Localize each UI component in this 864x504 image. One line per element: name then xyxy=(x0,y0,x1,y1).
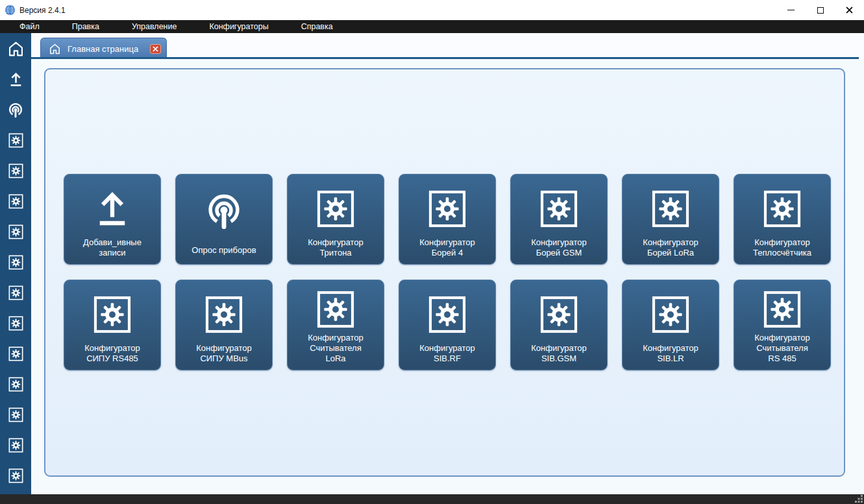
gear-square-icon xyxy=(761,188,803,230)
gear-square-icon xyxy=(8,132,24,149)
globe-icon xyxy=(5,5,16,16)
sidebar-gear-item[interactable] xyxy=(0,217,31,247)
tile-label: Конфигуратор Борей 4 xyxy=(417,237,477,264)
menubar: Файл Правка Управление Конфигураторы Спр… xyxy=(0,20,864,33)
close-button[interactable] xyxy=(835,0,864,20)
status-bar xyxy=(0,494,864,504)
gear-square-icon xyxy=(315,188,356,230)
gear-square-icon xyxy=(8,407,24,423)
tile-label: Конфигуратор SIB.RF xyxy=(417,343,477,370)
gear-square-icon xyxy=(8,254,24,270)
home-icon xyxy=(49,43,61,55)
upload-icon xyxy=(91,187,134,230)
gear-square-icon xyxy=(8,163,24,179)
tile-configurator-borey-lora[interactable]: Конфигуратор Борей LoRa xyxy=(622,174,719,265)
tile-label: Конфигуратор Тритона xyxy=(305,237,365,264)
gear-square-icon xyxy=(650,188,691,230)
tile-label: Опрос приборов xyxy=(189,243,258,264)
gear-square-icon xyxy=(8,376,24,392)
tile-label: Конфигуратор Теплосчётчика xyxy=(750,237,814,264)
gear-square-icon xyxy=(538,294,580,335)
gear-square-icon xyxy=(203,294,245,335)
sidebar-gear-item[interactable] xyxy=(0,369,31,400)
tile-configurator-sipu-rs485[interactable]: Конфигуратор СИПУ RS485 xyxy=(64,280,161,370)
menu-help[interactable]: Справка xyxy=(301,20,333,33)
tile-grid: Добави_ивные записи Опрос приборов Конфи… xyxy=(45,69,844,370)
menu-file[interactable]: Файл xyxy=(19,20,40,33)
main-content: Добави_ивные записи Опрос приборов Конфи… xyxy=(31,59,864,494)
gear-square-icon xyxy=(426,294,468,335)
resize-grip-icon[interactable] xyxy=(855,495,863,503)
minimize-button[interactable] xyxy=(776,0,806,20)
gear-square-icon xyxy=(8,346,24,362)
sidebar-polling-button[interactable] xyxy=(0,95,31,125)
gear-square-icon xyxy=(8,224,24,240)
tile-label: Конфигуратор Борей LoRa xyxy=(640,237,700,264)
minimize-icon xyxy=(787,10,795,10)
maximize-icon xyxy=(817,7,824,14)
maximize-button[interactable] xyxy=(806,0,835,20)
gear-square-icon xyxy=(8,315,24,331)
tile-configurator-sib-rf[interactable]: Конфигуратор SIB.RF xyxy=(399,280,496,370)
sidebar-gear-item[interactable] xyxy=(0,278,31,308)
tile-label: Конфигуратор СИПУ RS485 xyxy=(82,343,142,370)
title-bar: Версия 2.4.1 xyxy=(0,0,864,20)
sidebar-gear-item[interactable] xyxy=(0,156,31,186)
tile-configurator-reader-lora[interactable]: Конфигуратор Считывателя LoRa xyxy=(287,280,384,370)
sidebar xyxy=(0,33,31,494)
gear-square-icon xyxy=(92,294,133,335)
sidebar-gear-item[interactable] xyxy=(0,339,31,369)
broadcast-icon xyxy=(6,101,25,119)
sidebar-gear-item[interactable] xyxy=(0,186,31,217)
gear-square-icon xyxy=(8,285,24,301)
gear-square-icon xyxy=(761,289,803,330)
tab-main-page[interactable]: Главная страница xyxy=(40,38,167,59)
menu-configurators[interactable]: Конфигураторы xyxy=(209,20,268,33)
content-column: Главная страница Добави_ивные записи xyxy=(31,33,864,494)
tile-configurator-sib-lr[interactable]: Конфигуратор SIB.LR xyxy=(622,280,719,370)
menu-edit[interactable]: Правка xyxy=(72,20,99,33)
broadcast-icon xyxy=(203,190,245,233)
window-controls xyxy=(776,0,864,20)
tab-close-button[interactable] xyxy=(150,44,161,54)
window-title: Версия 2.4.1 xyxy=(19,6,66,15)
sidebar-home-button[interactable] xyxy=(0,34,31,64)
upload-icon xyxy=(7,71,25,88)
tile-label: Добави_ивные записи xyxy=(80,237,144,264)
sidebar-gear-item[interactable] xyxy=(0,125,31,156)
gear-square-icon xyxy=(8,468,24,484)
close-icon xyxy=(153,46,158,52)
tile-configurator-reader-rs485[interactable]: Конфигуратор Считывателя RS 485 xyxy=(734,280,831,370)
tile-label: Конфигуратор SIB.LR xyxy=(640,343,700,370)
gear-square-icon xyxy=(426,188,468,230)
tile-label: Конфигуратор Борей GSM xyxy=(528,237,589,264)
tile-configurator-heat-meter[interactable]: Конфигуратор Теплосчётчика xyxy=(734,174,831,265)
app-window: Версия 2.4.1 Файл Правка Управление Конф… xyxy=(0,0,864,504)
gear-square-icon xyxy=(315,289,356,330)
tab-label: Главная страница xyxy=(68,44,146,54)
tile-configurator-borey-gsm[interactable]: Конфигуратор Борей GSM xyxy=(510,174,608,265)
gear-square-icon xyxy=(538,188,580,230)
sidebar-gear-item[interactable] xyxy=(0,247,31,278)
tile-label: Конфигуратор Считывателя LoRa xyxy=(305,333,365,370)
tile-configurator-triton[interactable]: Конфигуратор Тритона xyxy=(287,174,384,265)
home-icon xyxy=(7,40,25,58)
tile-configurator-sipu-mbus[interactable]: Конфигуратор СИПУ MBus xyxy=(175,280,273,370)
tile-device-polling[interactable]: Опрос приборов xyxy=(175,174,273,265)
menu-management[interactable]: Управление xyxy=(132,20,177,33)
sidebar-gear-item[interactable] xyxy=(0,308,31,339)
main-row: Главная страница Добави_ивные записи xyxy=(0,33,864,494)
close-icon xyxy=(846,6,853,14)
sidebar-upload-button[interactable] xyxy=(0,64,31,95)
content-panel: Добави_ивные записи Опрос приборов Конфи… xyxy=(44,68,845,477)
tile-label: Конфигуратор Считывателя RS 485 xyxy=(752,333,812,370)
tab-bar: Главная страница xyxy=(31,33,864,59)
tile-configurator-borey-4[interactable]: Конфигуратор Борей 4 xyxy=(399,174,496,265)
sidebar-gear-item[interactable] xyxy=(0,430,31,461)
sidebar-gear-item[interactable] xyxy=(0,461,31,491)
sidebar-gear-item[interactable] xyxy=(0,400,31,430)
tile-add-records[interactable]: Добави_ивные записи xyxy=(64,174,161,265)
tile-configurator-sib-gsm[interactable]: Конфигуратор SIB.GSM xyxy=(510,280,608,370)
gear-square-icon xyxy=(8,437,24,453)
tile-label: Конфигуратор SIB.GSM xyxy=(528,343,589,370)
